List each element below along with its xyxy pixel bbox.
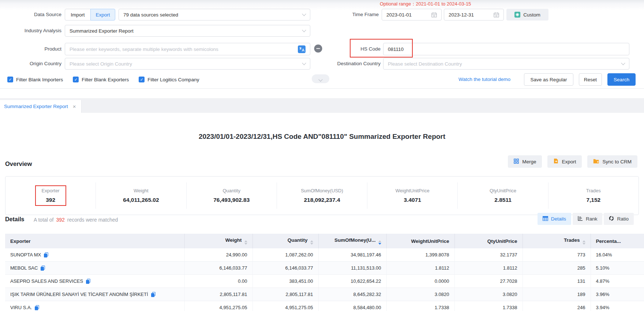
sort-icon[interactable] bbox=[583, 240, 585, 245]
column-qtyunitprice: QtyUnitPrice bbox=[454, 234, 523, 248]
cell-qtyunitprice: 1.8112 bbox=[454, 262, 523, 275]
end-date-input[interactable]: 2023-12-31 bbox=[444, 9, 504, 21]
tab-summarized-exporter-report[interactable]: Summarized Exporter Report × bbox=[0, 100, 82, 113]
data-sources-select[interactable]: 79 data sources selected bbox=[119, 9, 310, 21]
exporter-name[interactable]: IŞIK TARIM ÜRÜNLERİ SANAYİ VE TİCARET AN… bbox=[10, 292, 148, 297]
chevron-down-icon bbox=[621, 61, 625, 65]
product-placeholder: Please enter keywords, separate multiple… bbox=[70, 47, 218, 52]
cell-qtyunitprice: 27.7028 bbox=[454, 275, 523, 288]
checkbox-icon: ✓ bbox=[7, 77, 13, 82]
reset-button[interactable]: Reset bbox=[579, 73, 602, 86]
stat-value: 76,493,902.83 bbox=[213, 197, 250, 203]
sort-icon[interactable] bbox=[244, 240, 247, 245]
exporter-name[interactable]: MEBOL SAC bbox=[10, 265, 38, 271]
table-row: VIRU S.A.4,951,275.054,951,275.058,584,4… bbox=[5, 301, 644, 311]
column-weight[interactable]: Weight bbox=[184, 234, 252, 248]
merge-button[interactable]: Merge bbox=[508, 155, 542, 168]
exclude-keyword-icon[interactable] bbox=[314, 44, 323, 53]
cell-sumofmoney-u: 11,131,513.00 bbox=[318, 262, 386, 275]
sort-desc-icon bbox=[583, 243, 585, 245]
export-toggle-button[interactable]: Export bbox=[90, 9, 115, 21]
start-date-input[interactable]: 2023-01-01 bbox=[382, 9, 442, 21]
checkbox-filter-blank-exporters[interactable]: ✓Filter Blank Exporters bbox=[73, 77, 129, 82]
column-label: Exporter bbox=[10, 238, 31, 244]
sort-icon[interactable] bbox=[310, 240, 313, 245]
stat-value: 392 bbox=[42, 197, 60, 203]
cell-weightunitprice: 1.8112 bbox=[386, 262, 454, 275]
cell-sumofmoney-u: 8,645,282.32 bbox=[318, 288, 386, 301]
export-button[interactable]: Export bbox=[547, 155, 582, 168]
sort-asc-icon bbox=[583, 240, 585, 242]
chevron-down-icon bbox=[302, 61, 306, 65]
stat-label: Quantity bbox=[213, 188, 250, 193]
column-weightunitprice: WeightUnitPrice bbox=[386, 234, 454, 248]
checkbox-label: Filter Logitics Company bbox=[147, 77, 199, 82]
cell-percenta: 5.10% bbox=[591, 262, 644, 275]
sync-to-crm-button[interactable]: Sync to CRM bbox=[587, 155, 637, 168]
origin-country-label: Origin Country bbox=[3, 58, 61, 70]
filter-panel: Optional range：2021-01-01 to 2024-03-15 … bbox=[0, 0, 644, 89]
copy-icon[interactable] bbox=[86, 279, 90, 284]
view-label: Rank bbox=[586, 216, 598, 222]
cell-qtyunitprice: 32.1737 bbox=[454, 248, 523, 262]
tutorial-demo-link[interactable]: Watch the tutorial demo bbox=[458, 73, 510, 86]
cell-exporter: MEBOL SAC bbox=[5, 262, 184, 275]
overview-heading: Overview bbox=[5, 160, 32, 167]
collapse-filters-button[interactable] bbox=[312, 74, 329, 83]
industry-analysis-select[interactable]: Summarized Exporter Report bbox=[65, 25, 310, 37]
cell-trades: 285 bbox=[523, 262, 591, 275]
stat-label: WeightUnitPrice bbox=[396, 188, 430, 193]
translate-icon[interactable] bbox=[298, 45, 306, 53]
copy-icon[interactable] bbox=[151, 292, 156, 297]
sort-desc-icon bbox=[378, 243, 381, 245]
exporter-name[interactable]: VIRU S.A. bbox=[10, 305, 32, 310]
cell-weight: 0.00 bbox=[184, 275, 252, 288]
column-sumofmoney-u[interactable]: SumOfMoney(U... bbox=[318, 234, 386, 248]
cell-weightunitprice: 0.0000 bbox=[386, 275, 454, 288]
view-ratio-button[interactable]: Ratio bbox=[604, 213, 634, 225]
sort-icon[interactable] bbox=[378, 240, 381, 245]
sync-crm-icon bbox=[593, 159, 599, 165]
copy-icon[interactable] bbox=[35, 305, 39, 310]
sort-asc-icon bbox=[378, 240, 381, 242]
import-toggle-button[interactable]: Import bbox=[65, 9, 91, 21]
stat-label: Trades bbox=[586, 188, 601, 193]
cell-percenta: 4.87% bbox=[591, 275, 644, 288]
industry-analysis-value: Summarized Exporter Report bbox=[70, 28, 134, 34]
column-label: Percenta... bbox=[596, 238, 621, 244]
tab-label: Summarized Exporter Report bbox=[4, 104, 68, 109]
exporter-name[interactable]: SUNOPTA MX bbox=[10, 252, 41, 258]
checkbox-filter-logitics-company[interactable]: ✓Filter Logitics Company bbox=[139, 77, 199, 82]
view-switcher: DetailsRankRatio bbox=[538, 213, 634, 225]
close-icon[interactable]: × bbox=[73, 104, 76, 109]
overview-stat-weight: Weight64,011,265.02 bbox=[96, 182, 186, 209]
column-trades[interactable]: Trades bbox=[523, 234, 591, 248]
destination-country-select[interactable]: Please select Destination Country bbox=[383, 58, 629, 70]
origin-country-placeholder: Please select Origin Country bbox=[70, 61, 132, 67]
cell-weightunitprice: 3.0820 bbox=[386, 288, 454, 301]
column-label: QtyUnitPrice bbox=[487, 238, 517, 244]
copy-icon[interactable] bbox=[44, 252, 48, 258]
column-quantity[interactable]: Quantity bbox=[252, 234, 318, 248]
save-as-regular-button[interactable]: Save as Regular bbox=[524, 73, 573, 86]
exporter-name[interactable]: ASEPRO SALES AND SERVICES bbox=[10, 278, 83, 284]
view-details-button[interactable]: Details bbox=[538, 213, 571, 225]
chevron-down-icon bbox=[302, 12, 306, 16]
overview-stat-sumofmoney-usd: SumOfMoney(USD)218,092,237.4 bbox=[277, 182, 367, 209]
overview-stat-quantity: Quantity76,493,902.83 bbox=[187, 182, 277, 209]
column-exporter: Exporter bbox=[5, 234, 184, 248]
checkbox-label: Filter Blank Importers bbox=[16, 77, 63, 82]
view-label: Ratio bbox=[617, 216, 629, 222]
cell-quantity: 383,451.00 bbox=[252, 275, 318, 288]
end-date-value: 2023-12-31 bbox=[449, 12, 474, 18]
copy-icon[interactable] bbox=[41, 266, 45, 271]
overview-stat-weightunitprice: WeightUnitPrice3.4071 bbox=[367, 182, 458, 209]
view-rank-button[interactable]: Rank bbox=[573, 213, 603, 225]
hs-code-input[interactable]: 081110 bbox=[383, 43, 629, 55]
checkbox-filter-blank-importers[interactable]: ✓Filter Blank Importers bbox=[7, 77, 63, 82]
stat-value: 3.4071 bbox=[396, 197, 430, 203]
search-button[interactable]: Search bbox=[607, 73, 636, 86]
custom-range-button[interactable]: Custom bbox=[506, 9, 548, 21]
origin-country-select[interactable]: Please select Origin Country bbox=[65, 58, 310, 70]
product-keywords-input[interactable]: Please enter keywords, separate multiple… bbox=[65, 43, 310, 55]
